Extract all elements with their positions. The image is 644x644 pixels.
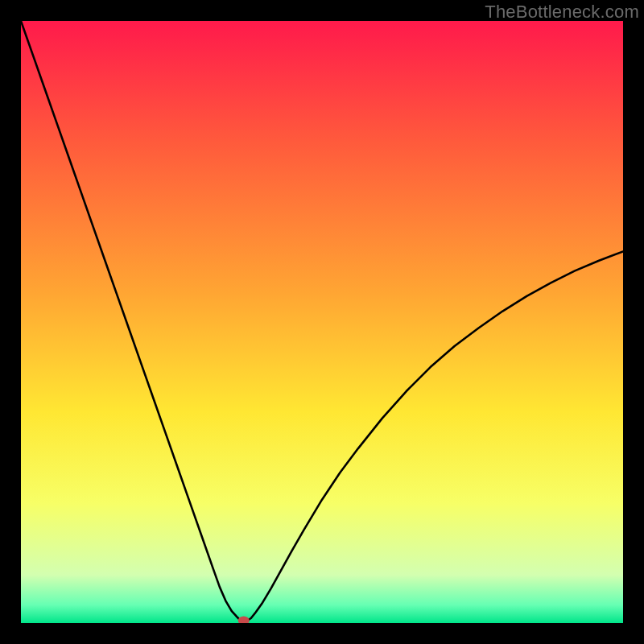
- chart-frame: TheBottleneck.com: [0, 0, 644, 644]
- watermark-text: TheBottleneck.com: [485, 2, 639, 23]
- chart-svg: [21, 21, 623, 623]
- gradient-background: [21, 21, 623, 623]
- plot-area: [21, 21, 623, 623]
